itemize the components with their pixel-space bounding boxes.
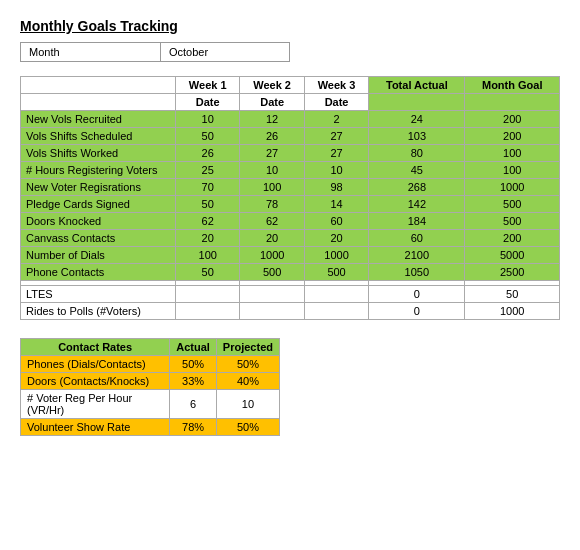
table-row: Vols Shifts Worked26272780100 [21, 145, 560, 162]
table-cell: 20 [240, 230, 304, 247]
sub-date1: Date [176, 94, 240, 111]
table-cell: 24 [369, 111, 465, 128]
table-cell: 78 [240, 196, 304, 213]
contact-cell: Doors (Contacts/Knocks) [21, 373, 170, 390]
table-cell: 100 [176, 247, 240, 264]
table-cell: Phone Contacts [21, 264, 176, 281]
table-row: Rides to Polls (#Voters)01000 [21, 303, 560, 320]
table-cell: 60 [304, 213, 368, 230]
contact-cell: Volunteer Show Rate [21, 419, 170, 436]
table-row: LTES050 [21, 286, 560, 303]
contact-cell: 50% [216, 419, 279, 436]
table-cell: 50 [176, 264, 240, 281]
contact-table: Contact Rates Actual Projected Phones (D… [20, 338, 280, 436]
table-cell: 14 [304, 196, 368, 213]
table-cell: 10 [240, 162, 304, 179]
table-cell: 20 [176, 230, 240, 247]
sub-empty [21, 94, 176, 111]
table-cell: 184 [369, 213, 465, 230]
table-row: New Vols Recruited1012224200 [21, 111, 560, 128]
main-table: Week 1 Week 2 Week 3 Total Actual Month … [20, 76, 560, 320]
table-cell: LTES [21, 286, 176, 303]
table-cell: 500 [240, 264, 304, 281]
contact-row: Volunteer Show Rate78%50% [21, 419, 280, 436]
table-cell: Doors Knocked [21, 213, 176, 230]
contact-row: Phones (Dials/Contacts)50%50% [21, 356, 280, 373]
table-cell: 5000 [465, 247, 560, 264]
header-week2: Week 2 [240, 77, 304, 94]
table-cell [240, 286, 304, 303]
table-row: Canvass Contacts20202060200 [21, 230, 560, 247]
table-cell: 25 [176, 162, 240, 179]
table-cell: New Voter Regisrations [21, 179, 176, 196]
table-cell: 98 [304, 179, 368, 196]
table-cell: 1000 [465, 303, 560, 320]
contact-cell: 6 [170, 390, 217, 419]
table-cell: 0 [369, 286, 465, 303]
table-cell: 200 [465, 230, 560, 247]
ct-header-projected: Projected [216, 339, 279, 356]
table-cell: 200 [465, 111, 560, 128]
table-cell: 50 [465, 286, 560, 303]
table-cell: 142 [369, 196, 465, 213]
table-cell: 20 [304, 230, 368, 247]
month-row: Month October [20, 42, 290, 62]
month-value-cell: October [161, 43, 216, 61]
table-cell: 50 [176, 128, 240, 145]
table-cell [304, 286, 368, 303]
table-cell: # Hours Registering Voters [21, 162, 176, 179]
table-row: Phone Contacts5050050010502500 [21, 264, 560, 281]
table-cell: Vols Shifts Scheduled [21, 128, 176, 145]
table-cell: 500 [465, 213, 560, 230]
table-cell: Canvass Contacts [21, 230, 176, 247]
table-cell: 1000 [240, 247, 304, 264]
table-cell: 500 [465, 196, 560, 213]
contact-cell: 50% [216, 356, 279, 373]
table-cell: 2500 [465, 264, 560, 281]
contact-row: # Voter Reg Per Hour (VR/Hr)610 [21, 390, 280, 419]
sub-date3: Date [304, 94, 368, 111]
table-cell: 26 [240, 128, 304, 145]
contact-cell: # Voter Reg Per Hour (VR/Hr) [21, 390, 170, 419]
table-cell: Vols Shifts Worked [21, 145, 176, 162]
table-cell: 500 [304, 264, 368, 281]
table-row: Vols Shifts Scheduled502627103200 [21, 128, 560, 145]
contact-cell: 78% [170, 419, 217, 436]
table-cell: 27 [304, 128, 368, 145]
table-cell [304, 303, 368, 320]
table-cell: 2 [304, 111, 368, 128]
col-label-empty [21, 77, 176, 94]
table-cell: 100 [240, 179, 304, 196]
table-cell: 12 [240, 111, 304, 128]
table-cell [176, 303, 240, 320]
ct-header-label: Contact Rates [21, 339, 170, 356]
contact-cell: Phones (Dials/Contacts) [21, 356, 170, 373]
table-cell: 10 [304, 162, 368, 179]
sub-date2: Date [240, 94, 304, 111]
table-cell: 1000 [304, 247, 368, 264]
sub-goal [465, 94, 560, 111]
table-row: # Hours Registering Voters25101045100 [21, 162, 560, 179]
ct-header-actual: Actual [170, 339, 217, 356]
contact-cell: 50% [170, 356, 217, 373]
header-goal: Month Goal [465, 77, 560, 94]
contact-cell: 10 [216, 390, 279, 419]
table-cell: New Vols Recruited [21, 111, 176, 128]
contact-cell: 33% [170, 373, 217, 390]
table-row: Pledge Cards Signed507814142500 [21, 196, 560, 213]
table-cell: 50 [176, 196, 240, 213]
table-cell: 2100 [369, 247, 465, 264]
table-row: Doors Knocked626260184500 [21, 213, 560, 230]
table-cell: 70 [176, 179, 240, 196]
table-row: New Voter Regisrations70100982681000 [21, 179, 560, 196]
header-week3: Week 3 [304, 77, 368, 94]
table-cell: 1000 [465, 179, 560, 196]
table-cell [176, 286, 240, 303]
table-cell: 45 [369, 162, 465, 179]
table-cell: 27 [240, 145, 304, 162]
table-cell: 62 [240, 213, 304, 230]
table-row: Number of Dials1001000100021005000 [21, 247, 560, 264]
table-cell: 200 [465, 128, 560, 145]
table-cell: 1050 [369, 264, 465, 281]
table-cell: 26 [176, 145, 240, 162]
